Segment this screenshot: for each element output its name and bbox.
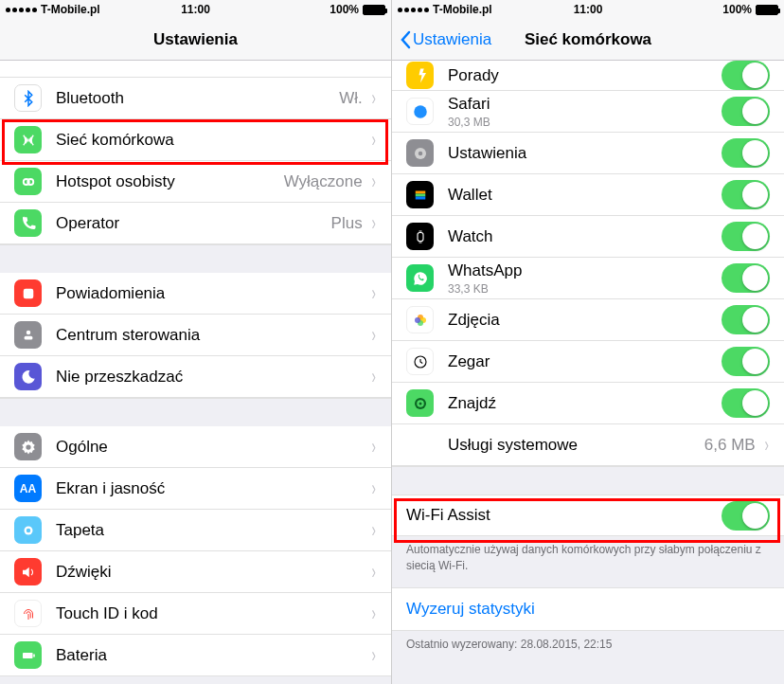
svg-rect-2 xyxy=(23,288,33,298)
svg-point-13 xyxy=(418,151,422,155)
toggle[interactable] xyxy=(722,222,770,251)
chevron-right-icon: › xyxy=(371,128,375,153)
chevron-right-icon: › xyxy=(371,323,375,348)
settings-screen: T-Mobile.pl 11:00 100% Ustawienia Blueto… xyxy=(0,0,392,684)
row-label: WhatsApp xyxy=(448,261,722,280)
photos-icon xyxy=(406,306,434,333)
row-label: Bluetooth xyxy=(56,89,339,108)
toggle[interactable] xyxy=(722,61,770,90)
row-label: Watch xyxy=(448,227,722,246)
row-label: Znajdź xyxy=(448,394,722,413)
section-gap xyxy=(392,466,784,495)
status-bar: T-Mobile.pl 11:00 100% xyxy=(392,0,784,19)
navbar: Ustawienia Sieć komórkowa xyxy=(392,19,784,61)
row-tips[interactable]: Porady xyxy=(392,61,784,91)
row-label: Ustawienia xyxy=(448,144,722,163)
row-label: Ekran i jasność xyxy=(56,479,370,498)
back-label: Ustawienia xyxy=(413,30,491,49)
row-do-not-disturb[interactable]: Nie przeszkadzać › xyxy=(0,356,391,398)
reset-statistics-button[interactable]: Wyzeruj statystyki xyxy=(392,587,784,631)
battery-percent-label: 100% xyxy=(722,3,752,16)
toggle[interactable] xyxy=(722,263,770,293)
chevron-right-icon: › xyxy=(371,281,375,306)
notifications-icon xyxy=(14,279,42,307)
svg-rect-9 xyxy=(23,653,33,658)
svg-point-25 xyxy=(419,402,421,405)
row-notifications[interactable]: Powiadomienia › xyxy=(0,273,391,315)
row-watch[interactable]: Watch xyxy=(392,216,784,258)
row-operator[interactable]: Operator Plus › xyxy=(0,203,391,244)
row-sounds[interactable]: Dźwięki › xyxy=(0,551,391,593)
toggle[interactable] xyxy=(722,138,770,168)
row-wallpaper[interactable]: Tapeta › xyxy=(0,510,391,551)
section-gap xyxy=(0,244,391,273)
row-label: Wi-Fi Assist xyxy=(406,506,722,525)
row-value: Wł. xyxy=(339,89,363,108)
row-value: Wyłączone xyxy=(284,172,363,191)
row-control-center[interactable]: Centrum sterowania › xyxy=(0,315,391,356)
section-gap xyxy=(0,398,391,426)
row-label: Nie przeszkadzać xyxy=(56,368,370,387)
chevron-right-icon: › xyxy=(371,211,375,236)
display-icon: AA xyxy=(14,475,42,502)
carrier-label: T-Mobile.pl xyxy=(41,3,100,16)
wifi-assist-description: Automatycznie używaj danych komórkowych … xyxy=(392,536,784,587)
row-display[interactable]: AA Ekran i jasność › xyxy=(0,468,391,510)
gear-icon xyxy=(406,139,434,167)
back-button[interactable]: Ustawienia xyxy=(400,30,491,49)
row-whatsapp[interactable]: WhatsApp 33,3 KB xyxy=(392,258,784,299)
row-label: Zegar xyxy=(448,352,722,371)
toggle-wifi-assist[interactable] xyxy=(722,501,770,531)
fingerprint-icon xyxy=(14,600,42,627)
row-photos[interactable]: Zdjęcia xyxy=(392,299,784,341)
last-reset-label: Ostatnio wyzerowany: 28.08.2015, 22:15 xyxy=(392,631,784,666)
row-label: Zdjęcia xyxy=(448,311,722,330)
cellular-list[interactable]: Porady Safari 30,3 MB Ustawienia Wallet … xyxy=(392,61,784,684)
row-wifi-assist[interactable]: Wi-Fi Assist xyxy=(392,495,784,536)
chevron-right-icon: › xyxy=(371,365,375,389)
row-label: Bateria xyxy=(56,646,370,665)
row-label: Powiadomienia xyxy=(56,284,370,303)
row-general[interactable]: Ogólne › xyxy=(0,426,391,468)
row-clock[interactable]: Zegar xyxy=(392,341,784,383)
chevron-right-icon: › xyxy=(371,560,375,585)
row-label: Hotspot osobisty xyxy=(56,172,284,191)
row-safari[interactable]: Safari 30,3 MB xyxy=(392,91,784,133)
svg-rect-14 xyxy=(415,190,425,193)
row-hotspot[interactable]: Hotspot osobisty Wyłączone › xyxy=(0,161,391,203)
svg-point-6 xyxy=(26,444,30,449)
svg-rect-4 xyxy=(24,335,32,339)
cellular-icon xyxy=(14,126,42,153)
row-label: Wallet xyxy=(448,186,722,205)
row-system-services[interactable]: Usługi systemowe 6,6 MB › xyxy=(392,424,784,466)
row-wallet[interactable]: Wallet xyxy=(392,174,784,216)
svg-point-1 xyxy=(27,179,33,185)
toggle[interactable] xyxy=(722,180,770,209)
row-find[interactable]: Znajdź xyxy=(392,383,784,424)
control-center-icon xyxy=(14,321,42,349)
row-touchid[interactable]: Touch ID i kod › xyxy=(0,593,391,635)
moon-icon xyxy=(14,363,42,390)
status-bar: T-Mobile.pl 11:00 100% xyxy=(0,0,391,19)
toggle[interactable] xyxy=(722,97,770,126)
chevron-left-icon xyxy=(400,30,411,49)
row-label: Safari xyxy=(448,95,722,114)
toggle[interactable] xyxy=(722,388,770,418)
row-partial[interactable] xyxy=(0,61,391,78)
row-cellular[interactable]: Sieć komórkowa › xyxy=(0,119,391,161)
row-label: Touch ID i kod xyxy=(56,604,370,623)
row-label: Operator xyxy=(56,214,331,233)
row-battery[interactable]: Bateria › xyxy=(0,635,391,676)
row-label: Usługi systemowe xyxy=(448,436,704,455)
settings-list[interactable]: Bluetooth Wł. › Sieć komórkowa › Hotspot… xyxy=(0,61,391,684)
toggle[interactable] xyxy=(722,305,770,334)
row-bluetooth[interactable]: Bluetooth Wł. › xyxy=(0,78,391,119)
row-settings-app[interactable]: Ustawienia xyxy=(392,133,784,174)
row-sublabel: 30,3 MB xyxy=(448,116,722,129)
toggle[interactable] xyxy=(722,347,770,376)
time-label: 11:00 xyxy=(574,3,603,16)
row-value: Plus xyxy=(331,214,363,233)
wallpaper-icon xyxy=(14,516,42,544)
svg-point-3 xyxy=(26,330,30,334)
whatsapp-icon xyxy=(406,264,434,292)
